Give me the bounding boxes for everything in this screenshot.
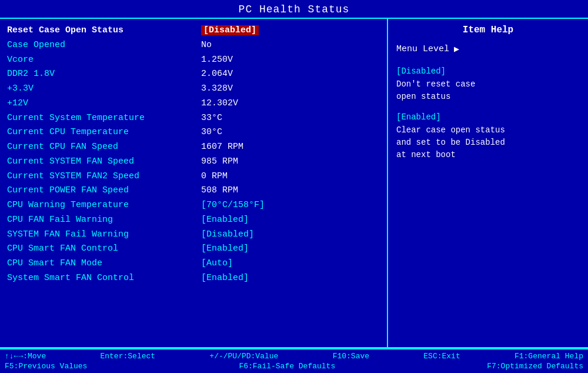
help-description: Don't reset case open status [396, 78, 580, 103]
table-row: CPU Smart FAN Control[Enabled] [7, 242, 380, 257]
help-option: [Disabled] [396, 66, 580, 76]
menu-level: Menu Level ▶ [396, 44, 580, 55]
bios-screen: PC Health Status Reset Case Open Status[… [0, 0, 588, 373]
row-label: +3.3V [7, 82, 195, 96]
help-items: [Disabled]Don't reset case open status[E… [396, 66, 580, 161]
row-label: SYSTEM FAN Fail Warning [7, 228, 195, 242]
table-row: CPU Warning Temperature[70°C/158°F] [7, 198, 380, 213]
table-row: Current POWER FAN Speed508 RPM [7, 184, 380, 198]
row-value: 1.250V [195, 53, 380, 68]
nav-exit: ESC:Exit [423, 352, 460, 361]
menu-level-label: Menu Level [396, 44, 449, 54]
row-label: System Smart FAN Control [7, 271, 195, 286]
row-value: 0 RPM [195, 169, 380, 184]
disabled-badge[interactable]: [Disabled] [201, 25, 259, 35]
main-content: Reset Case Open Status[Disabled]Case Ope… [0, 18, 588, 348]
table-row: Current SYSTEM FAN2 Speed0 RPM [7, 169, 380, 184]
nav-save: F10:Save [333, 352, 369, 361]
row-label: Current System Temperature [7, 111, 195, 126]
row-label: CPU Smart FAN Control [7, 242, 195, 257]
table-row: +12V12.302V [7, 96, 380, 111]
row-value: No [195, 38, 380, 53]
row-label: Reset Case Open Status [7, 24, 195, 38]
row-label: CPU FAN Fail Warning [7, 213, 195, 228]
row-value: 12.302V [195, 96, 380, 111]
row-value: [Enabled] [195, 271, 380, 286]
nav-failsafe: F6:Fail-Safe Defaults [239, 362, 335, 371]
row-value: 30°C [195, 125, 380, 140]
row-value: [70°C/158°F] [195, 198, 380, 213]
row-label: Case Opened [7, 38, 195, 53]
left-panel: Reset Case Open Status[Disabled]Case Ope… [0, 19, 388, 347]
menu-level-arrow: ▶ [454, 44, 459, 55]
row-label: Current SYSTEM FAN2 Speed [7, 169, 195, 184]
table-row: Vcore1.250V [7, 53, 380, 68]
table-row: DDR2 1.8V2.064V [7, 67, 380, 82]
row-label: Current CPU Temperature [7, 125, 195, 140]
page-title: PC Health Status [0, 0, 588, 18]
row-value: [Disabled] [195, 228, 380, 242]
bottom-row-1: ↑↓←→:Move Enter:Select +/-/PU/PD:Value F… [5, 352, 583, 361]
row-label: Current POWER FAN Speed [7, 184, 195, 198]
nav-value: +/-/PU/PD:Value [209, 352, 278, 361]
bottom-row-2: F5:Previous Values F6:Fail-Safe Defaults… [5, 362, 583, 371]
item-help-title: Item Help [396, 25, 580, 35]
table-row: Reset Case Open Status[Disabled] [7, 24, 380, 38]
row-value: 985 RPM [195, 155, 380, 169]
row-label: +12V [7, 96, 195, 111]
nav-help: F1:General Help [514, 352, 583, 361]
row-label: Current SYSTEM FAN Speed [7, 155, 195, 169]
nav-prev: F5:Previous Values [5, 362, 87, 371]
help-description: Clear case open status and set to be Dis… [396, 124, 580, 161]
row-label: DDR2 1.8V [7, 67, 195, 82]
row-value: [Enabled] [195, 242, 380, 257]
table-row: SYSTEM FAN Fail Warning[Disabled] [7, 228, 380, 242]
row-value: 1607 RPM [195, 140, 380, 155]
bottom-bar: ↑↓←→:Move Enter:Select +/-/PU/PD:Value F… [0, 348, 588, 373]
help-option: [Enabled] [396, 112, 580, 122]
row-label: CPU Smart FAN Mode [7, 257, 195, 271]
table-row: Current CPU Temperature30°C [7, 125, 380, 140]
row-label: CPU Warning Temperature [7, 198, 195, 213]
table-row: CPU FAN Fail Warning[Enabled] [7, 213, 380, 228]
nav-move: ↑↓←→:Move [5, 352, 46, 361]
row-label: Vcore [7, 53, 195, 68]
table-row: System Smart FAN Control[Enabled] [7, 271, 380, 286]
row-value: [Disabled] [195, 24, 380, 38]
nav-select: Enter:Select [100, 352, 155, 361]
row-value: [Enabled] [195, 213, 380, 228]
table-row: Current SYSTEM FAN Speed985 RPM [7, 155, 380, 169]
right-panel: Item Help Menu Level ▶ [Disabled]Don't r… [388, 19, 588, 347]
row-value: 3.328V [195, 82, 380, 96]
table-row: Current CPU FAN Speed1607 RPM [7, 140, 380, 155]
row-value: [Auto] [195, 257, 380, 271]
table-row: Current System Temperature33°C [7, 111, 380, 126]
row-value: 2.064V [195, 67, 380, 82]
row-value: 33°C [195, 111, 380, 126]
table-row: Case OpenedNo [7, 38, 380, 53]
table-row: +3.3V3.328V [7, 82, 380, 96]
help-section: [Disabled]Don't reset case open status [396, 66, 580, 103]
row-value: 508 RPM [195, 184, 380, 198]
row-label: Current CPU FAN Speed [7, 140, 195, 155]
nav-optimized: F7:Optimized Defaults [487, 362, 583, 371]
table-row: CPU Smart FAN Mode[Auto] [7, 257, 380, 271]
help-section: [Enabled]Clear case open status and set … [396, 112, 580, 161]
